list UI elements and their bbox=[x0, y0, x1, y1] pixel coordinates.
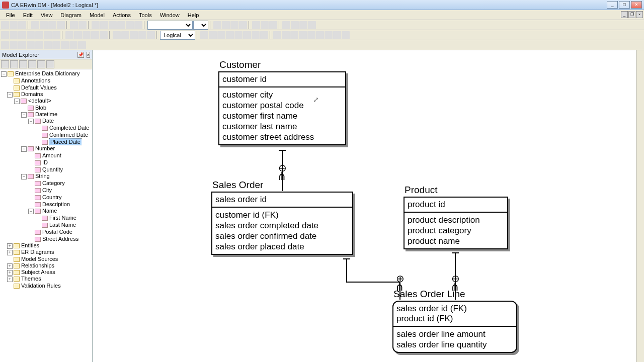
relationship-line[interactable] bbox=[346, 282, 400, 283]
tool-generic-icon[interactable] bbox=[209, 31, 217, 39]
tool-copy-icon[interactable] bbox=[48, 21, 56, 29]
tool-generic-icon[interactable] bbox=[260, 31, 268, 39]
tree-date[interactable]: Date bbox=[42, 118, 54, 124]
tree-datetime[interactable]: Datetime bbox=[35, 111, 57, 117]
tool-generic-icon[interactable] bbox=[299, 31, 307, 39]
tree-annotations[interactable]: Annotations bbox=[21, 77, 50, 83]
tool-generic-icon[interactable] bbox=[282, 31, 290, 39]
tool-generic-icon[interactable] bbox=[78, 41, 86, 49]
tool-relation-icon[interactable] bbox=[35, 31, 43, 39]
tool-generic-icon[interactable] bbox=[200, 31, 208, 39]
tree-validation-rules[interactable]: Validation Rules bbox=[21, 283, 61, 289]
tree-themes[interactable]: Themes bbox=[21, 276, 41, 282]
tree-domains[interactable]: Domains bbox=[21, 91, 43, 97]
tool-save-icon[interactable] bbox=[18, 21, 26, 29]
tool-generic-icon[interactable] bbox=[69, 41, 77, 49]
menu-actions[interactable]: Actions bbox=[109, 11, 135, 19]
tree-number[interactable]: Number bbox=[35, 145, 55, 151]
tool-relation-icon[interactable] bbox=[18, 31, 26, 39]
close-button[interactable]: × bbox=[631, 1, 642, 9]
tool-undo-icon[interactable] bbox=[70, 21, 78, 29]
tree-placed-date[interactable]: Placed Date bbox=[49, 138, 82, 145]
tool-annotation-icon[interactable] bbox=[52, 31, 60, 39]
tool-bold-icon[interactable] bbox=[213, 21, 221, 29]
tool-font-color-icon[interactable] bbox=[252, 21, 260, 29]
tree-street-address[interactable]: Street Address bbox=[42, 236, 78, 242]
doc-close-button[interactable]: × bbox=[636, 11, 643, 18]
tool-generic-icon[interactable] bbox=[100, 21, 108, 29]
tool-generic-icon[interactable] bbox=[35, 41, 43, 49]
tool-generic-icon[interactable] bbox=[333, 31, 341, 39]
tool-align-icon[interactable] bbox=[308, 21, 316, 29]
maximize-button[interactable]: □ bbox=[619, 1, 630, 9]
tool-generic-icon[interactable] bbox=[290, 31, 298, 39]
tool-generic-icon[interactable] bbox=[130, 31, 138, 39]
tool-underline-icon[interactable] bbox=[230, 21, 238, 29]
relationship-line[interactable] bbox=[346, 258, 347, 282]
tool-print-icon[interactable] bbox=[31, 21, 39, 29]
tree-postal-code[interactable]: Postal Code bbox=[42, 229, 72, 235]
tree-country[interactable]: Country bbox=[42, 194, 62, 200]
tree-relationships[interactable]: Relationships bbox=[21, 262, 54, 268]
tool-fill-color-icon[interactable] bbox=[261, 21, 269, 29]
menu-edit[interactable]: Edit bbox=[19, 11, 37, 19]
tool-generic-icon[interactable] bbox=[10, 41, 18, 49]
tool-generic-icon[interactable] bbox=[316, 31, 324, 39]
tool-generic-icon[interactable] bbox=[117, 21, 125, 29]
tool-generic-icon[interactable] bbox=[1, 41, 9, 49]
tree-name[interactable]: Name bbox=[42, 208, 57, 214]
minimize-button[interactable]: _ bbox=[607, 1, 618, 9]
tool-generic-icon[interactable] bbox=[18, 41, 26, 49]
tree-default[interactable]: <default> bbox=[28, 98, 51, 104]
model-tree[interactable]: −Enterprise Data Dictionary Annotations … bbox=[0, 69, 92, 362]
doc-minimize-button[interactable]: _ bbox=[621, 11, 628, 18]
tool-generic-icon[interactable] bbox=[109, 21, 117, 29]
tree-eddict[interactable]: Enterprise Data Dictionary bbox=[15, 70, 79, 76]
tool-generic-icon[interactable] bbox=[113, 31, 121, 39]
tool-relation-icon[interactable] bbox=[27, 31, 35, 39]
tool-generic-icon[interactable] bbox=[27, 41, 35, 49]
tool-generic-icon[interactable] bbox=[273, 31, 281, 39]
entity-product[interactable]: Product product id product description p… bbox=[404, 185, 508, 249]
panel-close-icon[interactable]: × bbox=[87, 52, 90, 58]
tree-first-name[interactable]: First Name bbox=[49, 215, 76, 221]
model-type-combo[interactable]: Logical bbox=[160, 31, 195, 40]
tool-generic-icon[interactable] bbox=[234, 31, 243, 39]
menu-file[interactable]: File bbox=[2, 11, 19, 19]
tool-align-icon[interactable] bbox=[299, 21, 307, 29]
tool-zoomin-icon[interactable] bbox=[65, 31, 73, 39]
tool-italic-icon[interactable] bbox=[222, 21, 230, 29]
tool-generic-icon[interactable] bbox=[226, 31, 234, 39]
explorer-tbtn-icon[interactable] bbox=[46, 60, 54, 68]
tool-entity-icon[interactable] bbox=[1, 31, 9, 39]
pin-icon[interactable]: 📌 bbox=[77, 52, 84, 58]
tool-align-icon[interactable] bbox=[282, 21, 290, 29]
menu-diagram[interactable]: Diagram bbox=[56, 11, 86, 19]
explorer-tbtn-icon[interactable] bbox=[19, 60, 27, 68]
tool-paste-icon[interactable] bbox=[57, 21, 65, 29]
tree-blob[interactable]: Blob bbox=[35, 105, 46, 111]
tree-subject-areas[interactable]: Subject Areas bbox=[21, 269, 55, 275]
tool-subtype-icon[interactable] bbox=[44, 31, 52, 39]
tree-model-sources[interactable]: Model Sources bbox=[21, 256, 58, 262]
vertical-scrollbar[interactable] bbox=[636, 50, 644, 362]
tool-redo-icon[interactable] bbox=[78, 21, 87, 29]
explorer-tbtn-icon[interactable] bbox=[28, 60, 36, 68]
tool-generic-icon[interactable] bbox=[217, 31, 225, 39]
explorer-tbtn-icon[interactable] bbox=[37, 60, 45, 68]
tool-cut-icon[interactable] bbox=[40, 21, 48, 29]
tool-open-icon[interactable] bbox=[10, 21, 18, 29]
tree-er-diagrams[interactable]: ER Diagrams bbox=[21, 249, 54, 255]
tree-confirmed-date[interactable]: Confirmed Date bbox=[49, 132, 88, 138]
tool-generic-icon[interactable] bbox=[325, 31, 333, 39]
menu-view[interactable]: View bbox=[37, 11, 57, 19]
tree-quantity[interactable]: Quantity bbox=[42, 166, 63, 172]
tool-zoomout-icon[interactable] bbox=[74, 31, 82, 39]
menu-model[interactable]: Model bbox=[86, 11, 109, 19]
tree-default-values[interactable]: Default Values bbox=[21, 84, 57, 90]
tree-entities[interactable]: Entities bbox=[21, 242, 39, 248]
tool-new-icon[interactable] bbox=[1, 21, 9, 29]
tool-generic-icon[interactable] bbox=[138, 31, 146, 39]
tool-generic-icon[interactable] bbox=[134, 21, 142, 29]
tool-generic-icon[interactable] bbox=[61, 41, 69, 49]
